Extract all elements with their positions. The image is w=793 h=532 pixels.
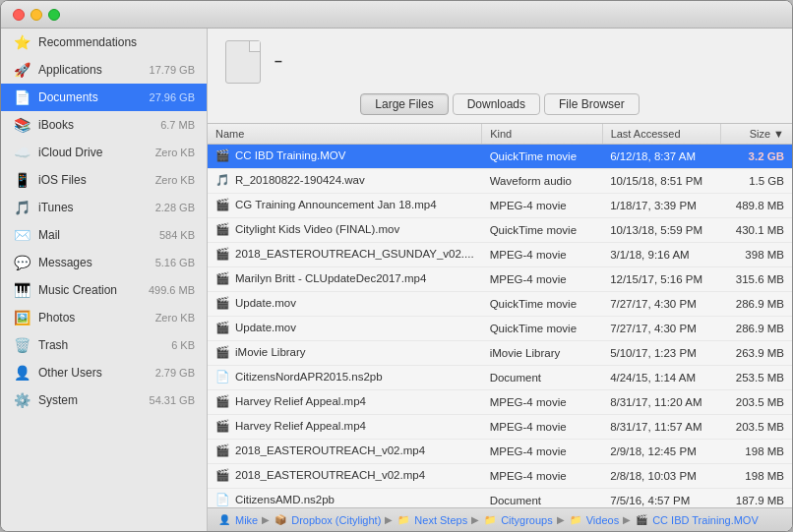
minimize-button[interactable] — [30, 9, 42, 21]
file-accessed: 7/5/16, 4:57 PM — [602, 489, 720, 508]
file-icon: 🎬 — [215, 247, 231, 263]
size-highlight: 3.2 GB — [749, 150, 784, 162]
breadcrumb-label[interactable]: Citygroups — [501, 514, 553, 526]
table-row[interactable]: 🎬Harvey Relief Appeal.mp4MPEG-4 movie8/3… — [208, 415, 792, 440]
file-name: 🎬Citylight Kids Video (FINAL).mov — [208, 218, 482, 243]
sidebar-item-ios-files[interactable]: 📱 iOS Files Zero KB — [1, 166, 207, 194]
tab-large-files[interactable]: Large Files — [360, 93, 448, 115]
file-size: 1.5 GB — [720, 169, 792, 194]
panel-header: – Large FilesDownloadsFile Browser — [208, 29, 792, 124]
table-row[interactable]: 🎬iMovie LibraryiMovie Library5/10/17, 1:… — [208, 341, 792, 366]
doc-icon — [223, 38, 263, 86]
table-row[interactable]: 🎬Citylight Kids Video (FINAL).movQuickTi… — [208, 218, 792, 243]
table-row[interactable]: 🎬2018_EASTEROUTREACH_GSUNDAY_v02....MPEG… — [208, 243, 792, 267]
sidebar-item-applications[interactable]: 🚀 Applications 17.79 GB — [1, 56, 207, 84]
file-name: 📄CitizensNordAPR2015.ns2pb — [208, 366, 482, 390]
file-size: 286.9 MB — [720, 292, 792, 317]
file-kind: MPEG-4 movie — [482, 440, 602, 464]
maximize-button[interactable] — [48, 9, 60, 21]
breadcrumb-label[interactable]: Next Steps — [414, 514, 467, 526]
file-size: 3.2 GB — [720, 145, 792, 169]
table-row[interactable]: 🎬2018_EASTEROUTREACH_v02.mp4MPEG-4 movie… — [208, 440, 792, 464]
col-header-size[interactable]: Size ▼ — [720, 124, 792, 145]
breadcrumb-label[interactable]: Videos — [586, 514, 619, 526]
file-name: 🎬Harvey Relief Appeal.mp4 — [208, 415, 482, 440]
sidebar-label-ios-files: iOS Files — [38, 173, 155, 187]
table-body: 🎬CC IBD Training.MOVQuickTime movie6/12/… — [208, 145, 792, 508]
file-icon: 🎬 — [215, 296, 231, 312]
sidebar-item-recommendations[interactable]: ⭐ Recommendations — [1, 29, 207, 56]
finder-window: ⭐ Recommendations 🚀 Applications 17.79 G… — [0, 0, 793, 532]
sidebar-size-photos: Zero KB — [155, 312, 195, 324]
doc-title: – — [274, 53, 282, 69]
file-accessed: 10/15/18, 8:51 PM — [602, 169, 720, 194]
sidebar-item-music-creation[interactable]: 🎹 Music Creation 499.6 MB — [1, 276, 207, 304]
tab-file-browser[interactable]: File Browser — [544, 93, 640, 115]
breadcrumb-separator: ▶ — [471, 514, 479, 525]
sidebar-label-system: System — [38, 393, 150, 407]
file-size: 430.1 MB — [720, 218, 792, 243]
table-row[interactable]: 🎬Update.movQuickTime movie7/27/17, 4:30 … — [208, 292, 792, 317]
breadcrumb-icon: 📦 — [274, 513, 287, 527]
sidebar-label-mail: Mail — [38, 228, 159, 242]
table-row[interactable]: 🎵R_20180822-190424.wavWaveform audio10/1… — [208, 169, 792, 194]
breadcrumb-separator: ▶ — [385, 514, 393, 525]
col-header-name[interactable]: Name — [208, 124, 482, 145]
file-icon: 🎬 — [215, 468, 231, 484]
sidebar: ⭐ Recommendations 🚀 Applications 17.79 G… — [1, 29, 208, 531]
table-row[interactable]: 🎬Marilyn Britt - CLUpdateDec2017.mp4MPEG… — [208, 267, 792, 292]
sidebar-icon-other-users: 👤 — [13, 364, 30, 382]
file-icon: 📄 — [215, 493, 231, 507]
file-name: 🎬Update.mov — [208, 292, 482, 317]
breadcrumb-item: 📁Next Steps — [396, 513, 467, 527]
sidebar-label-applications: Applications — [38, 63, 150, 77]
table-row[interactable]: 🎬2018_EASTEROUTREACH_v02.mp4MPEG-4 movie… — [208, 464, 792, 489]
sidebar-item-ibooks[interactable]: 📚 iBooks 6.7 MB — [1, 111, 207, 139]
sidebar-icon-itunes: 🎵 — [13, 199, 30, 216]
table-row[interactable]: 🎬CC IBD Training.MOVQuickTime movie6/12/… — [208, 145, 792, 169]
sidebar-item-messages[interactable]: 💬 Messages 5.16 GB — [1, 249, 207, 276]
file-kind: MPEG-4 movie — [482, 464, 602, 489]
file-table[interactable]: NameKindLast AccessedSize ▼ 🎬CC IBD Trai… — [208, 124, 792, 507]
sidebar-icon-mail: ✉️ — [13, 226, 30, 244]
breadcrumb-label[interactable]: Mike — [235, 514, 258, 526]
tab-downloads[interactable]: Downloads — [453, 93, 540, 115]
table-row[interactable]: 🎬Harvey Relief Appeal.mp4MPEG-4 movie8/3… — [208, 390, 792, 415]
sidebar-item-system[interactable]: ⚙️ System 54.31 GB — [1, 386, 207, 414]
table-row[interactable]: 🎬Update.movQuickTime movie7/27/17, 4:30 … — [208, 317, 792, 341]
file-icon: 🎬 — [215, 394, 231, 410]
doc-info: – — [223, 38, 776, 86]
col-header-last-accessed[interactable]: Last Accessed — [602, 124, 720, 145]
table-row[interactable]: 📄CitizensAMD.ns2pbDocument7/5/16, 4:57 P… — [208, 489, 792, 508]
sidebar-item-photos[interactable]: 🖼️ Photos Zero KB — [1, 304, 207, 331]
sidebar-item-documents[interactable]: 📄 Documents 27.96 GB — [1, 84, 207, 111]
sidebar-item-mail[interactable]: ✉️ Mail 584 KB — [1, 221, 207, 249]
sidebar-size-mail: 584 KB — [159, 229, 195, 241]
breadcrumb-label[interactable]: Dropbox (Citylight) — [291, 514, 381, 526]
doc-icon-inner — [225, 40, 261, 84]
file-accessed: 4/24/15, 1:14 AM — [602, 366, 720, 390]
table-row[interactable]: 📄CitizensNordAPR2015.ns2pbDocument4/24/1… — [208, 366, 792, 390]
table-row[interactable]: 🎬CG Training Announcement Jan 18.mp4MPEG… — [208, 194, 792, 218]
file-size: 398 MB — [720, 243, 792, 267]
sidebar-label-icloud-drive: iCloud Drive — [38, 146, 155, 159]
sidebar-item-other-users[interactable]: 👤 Other Users 2.79 GB — [1, 359, 207, 386]
file-name: 🎬2018_EASTEROUTREACH_v02.mp4 — [208, 440, 482, 464]
sidebar-label-documents: Documents — [38, 90, 150, 104]
breadcrumb-label[interactable]: CC IBD Training.MOV — [652, 514, 759, 526]
right-panel: – Large FilesDownloadsFile Browser NameK… — [208, 29, 792, 531]
file-kind: MPEG-4 movie — [482, 415, 602, 440]
sidebar-icon-recommendations: ⭐ — [13, 33, 30, 51]
breadcrumb-item: 📦Dropbox (Citylight) — [274, 513, 381, 527]
sidebar-item-trash[interactable]: 🗑️ Trash 6 KB — [1, 331, 207, 359]
close-button[interactable] — [13, 9, 25, 21]
file-icon: 🎬 — [215, 198, 231, 213]
sidebar-item-icloud-drive[interactable]: ☁️ iCloud Drive Zero KB — [1, 139, 207, 166]
breadcrumb-icon: 👤 — [217, 513, 231, 527]
file-kind: Document — [482, 489, 602, 508]
file-name: 🎵R_20180822-190424.wav — [208, 169, 482, 194]
sidebar-item-itunes[interactable]: 🎵 iTunes 2.28 GB — [1, 194, 207, 221]
col-header-kind[interactable]: Kind — [482, 124, 602, 145]
file-kind: QuickTime movie — [482, 218, 602, 243]
file-kind: QuickTime movie — [482, 292, 602, 317]
